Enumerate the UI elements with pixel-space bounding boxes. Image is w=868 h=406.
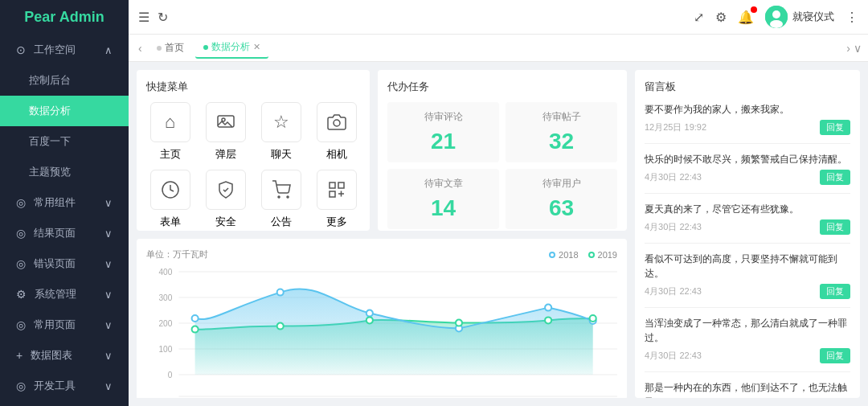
message-item-5: 那是一种内在的东西，他们到达不了，也无法触及！ 5月12日 01:23 回复 — [645, 380, 850, 398]
tab-nav-down[interactable]: ∨ — [854, 42, 862, 55]
message-time-3: 4月30日 22:43 — [645, 285, 702, 297]
task-post-label: 待审帖子 — [514, 110, 609, 124]
components-label: 常用组件 — [34, 195, 76, 210]
menu-toggle-icon[interactable]: ☰ — [138, 10, 149, 25]
svg-rect-9 — [330, 182, 335, 188]
quick-menu-more[interactable]: 更多 — [313, 170, 360, 229]
more-quick-label: 更多 — [326, 215, 347, 229]
reply-btn-4[interactable]: 回复 — [820, 348, 850, 363]
tab-data-analysis[interactable]: 数据分析 ✕ — [195, 37, 268, 59]
topbar: ☰ ↻ ⤢ ⚙ 🔔 就寝仪式 ⋮ — [129, 0, 868, 35]
tasks-title: 代办任务 — [387, 80, 617, 94]
reply-btn-2[interactable]: 回复 — [820, 219, 850, 235]
quick-menu-home[interactable]: ⌂ 主页 — [146, 102, 194, 162]
svg-rect-3 — [218, 116, 234, 127]
svg-point-1 — [772, 10, 780, 18]
camera-quick-label: 相机 — [326, 147, 347, 162]
popup-quick-label: 弹层 — [215, 147, 236, 162]
message-text-0: 要不要作为我的家人，搬来我家。 — [645, 102, 850, 117]
sidebar-item-workspace[interactable]: ⊙ 工作空间 ∧ — [0, 35, 129, 65]
bell-icon[interactable]: 🔔 — [738, 10, 754, 25]
task-comment-label: 待审评论 — [395, 110, 491, 124]
main-content: ☰ ↻ ⤢ ⚙ 🔔 就寝仪式 ⋮ — [129, 0, 868, 406]
svg-point-25 — [366, 310, 373, 317]
svg-rect-11 — [330, 191, 335, 197]
more-options-icon[interactable]: ⋮ — [845, 10, 858, 25]
quick-menu-popup[interactable]: 弹层 — [202, 102, 249, 162]
reply-btn-3[interactable]: 回复 — [820, 284, 850, 299]
results-icon: ◎ — [16, 227, 26, 240]
reply-btn-0[interactable]: 回复 — [820, 120, 850, 135]
sidebar-item-results[interactable]: ◎ 结果页面 ∨ — [0, 218, 129, 248]
tab-home[interactable]: 首页 — [149, 38, 192, 58]
sidebar-item-data-analysis[interactable]: 数据分析 — [0, 96, 129, 126]
quick-menu-chat[interactable]: ☆ 聊天 — [257, 102, 305, 162]
sidebar-item-system[interactable]: ⚙ 系统管理 ∨ — [0, 279, 129, 310]
message-text-5: 那是一种内在的东西，他们到达不了，也无法触及！ — [645, 380, 850, 398]
quick-menu-title: 快捷菜单 — [146, 80, 360, 94]
username-label: 就寝仪式 — [792, 10, 834, 24]
security-quick-icon — [206, 170, 246, 210]
workspace-label: 工作空间 — [34, 43, 76, 57]
svg-point-34 — [590, 315, 596, 322]
message-item-3: 看似不可达到的高度，只要坚持不懈就可能到达。 4月30日 22:43 回复 — [645, 252, 850, 308]
components-arrow: ∨ — [104, 197, 113, 209]
quick-menu-form[interactable]: 表单 — [146, 170, 194, 229]
quick-menu-security[interactable]: 安全 — [202, 170, 249, 229]
analysis-tab-close[interactable]: ✕ — [253, 42, 260, 52]
task-comment: 待审评论 21 — [387, 102, 499, 162]
sidebar-item-theme[interactable]: 主题预览 — [0, 157, 129, 187]
legend-2018: 2018 — [549, 250, 578, 260]
user-area[interactable]: 就寝仪式 — [765, 6, 834, 28]
message-item-0: 要不要作为我的家人，搬来我家。 12月25日 19:92 回复 — [645, 102, 850, 144]
message-meta-4: 4月30日 22:43 回复 — [645, 348, 850, 363]
svg-point-2 — [770, 20, 783, 28]
reply-btn-1[interactable]: 回复 — [820, 170, 850, 185]
system-icon: ⚙ — [16, 288, 27, 301]
tabbar: ‹ 首页 数据分析 ✕ › ∨ — [129, 35, 868, 62]
chart-unit-label: 单位：万千瓦时 — [146, 248, 208, 260]
popup-quick-icon — [206, 102, 246, 142]
refresh-icon[interactable]: ↻ — [158, 10, 168, 25]
message-item-4: 当浑浊变成了一种常态，那么清白就成了一种罪过。 4月30日 22:43 回复 — [645, 316, 850, 372]
svg-point-24 — [277, 289, 284, 296]
legend-2019-label: 2019 — [598, 250, 617, 260]
message-board: 留言板 要不要作为我的家人，搬来我家。 12月25日 19:92 回复 快乐的时… — [635, 70, 860, 398]
settings-icon[interactable]: ⚙ — [715, 10, 727, 25]
common-pages-icon: ◎ — [16, 318, 26, 331]
topbar-right: ⤢ ⚙ 🔔 就寝仪式 ⋮ — [694, 6, 858, 28]
message-text-1: 快乐的时候不敢尽兴，频繁警戒自己保持清醒。 — [645, 152, 850, 166]
legend-2019-dot — [588, 252, 595, 258]
quick-menu-notice[interactable]: 公告 — [257, 170, 305, 229]
message-item-2: 夏天真的来了，尽管它还有些犹豫。 4月30日 22:43 回复 — [645, 202, 850, 244]
fullscreen-icon[interactable]: ⤢ — [694, 10, 704, 25]
message-meta-1: 4月30日 22:43 回复 — [645, 170, 850, 185]
analysis-tab-dot — [203, 45, 208, 50]
home-tab-dot — [157, 46, 162, 51]
chart-card: 单位：万千瓦时 2018 2019 — [137, 239, 627, 398]
svg-point-23 — [192, 315, 199, 322]
content-area: 快捷菜单 ⌂ 主页 — [129, 62, 868, 406]
chart-container: 400 300 200 100 0 — [146, 264, 617, 398]
sidebar-item-data-charts[interactable]: + 数据图表 ∨ — [0, 340, 129, 371]
message-time-2: 4月30日 22:43 — [645, 221, 702, 233]
dev-tools-icon: ◎ — [16, 379, 26, 392]
sidebar-item-components[interactable]: ◎ 常用组件 ∨ — [0, 187, 129, 218]
chat-quick-icon: ☆ — [261, 102, 301, 142]
analysis-tab-label: 数据分析 — [211, 40, 250, 54]
message-text-4: 当浑浊变成了一种常态，那么清白就成了一种罪过。 — [645, 316, 850, 345]
svg-text:0: 0 — [168, 371, 173, 379]
quick-menu-camera[interactable]: 相机 — [313, 102, 360, 162]
sidebar-item-dev-tools[interactable]: ◎ 开发工具 ∨ — [0, 371, 129, 401]
common-pages-label: 常用页面 — [34, 318, 76, 332]
tab-nav-right[interactable]: › — [846, 42, 850, 55]
sidebar-item-baidu[interactable]: 百度一下 — [0, 126, 129, 157]
chart-legend: 2018 2019 — [549, 250, 617, 260]
sidebar-item-common-pages[interactable]: ◎ 常用页面 ∨ — [0, 310, 129, 340]
theme-label: 主题预览 — [29, 165, 71, 179]
sidebar-item-control[interactable]: 控制后台 — [0, 65, 129, 96]
tab-nav-left[interactable]: ‹ — [135, 42, 145, 55]
sidebar-item-errors[interactable]: ◎ 错误页面 ∨ — [0, 248, 129, 279]
message-meta-0: 12月25日 19:92 回复 — [645, 120, 850, 135]
svg-point-5 — [334, 120, 340, 126]
